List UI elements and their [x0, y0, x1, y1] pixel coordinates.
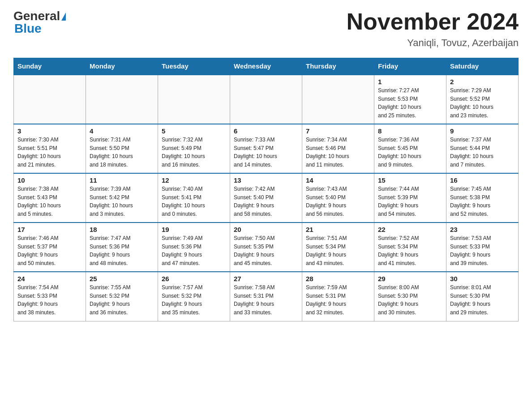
- calendar-cell: 29Sunrise: 8:00 AMSunset: 5:30 PMDayligh…: [374, 272, 446, 321]
- page-header: General Blue November 2024 Yaniqli, Tovu…: [13, 9, 519, 49]
- calendar-cell: 8Sunrise: 7:36 AMSunset: 5:45 PMDaylight…: [374, 124, 446, 173]
- sun-info: Sunrise: 7:53 AMSunset: 5:33 PMDaylight:…: [450, 235, 491, 266]
- day-number: 26: [162, 275, 226, 283]
- day-number: 11: [90, 176, 154, 184]
- day-number: 19: [162, 226, 226, 233]
- day-number: 20: [234, 226, 298, 233]
- day-number: 21: [306, 226, 370, 233]
- header-cell-saturday: Saturday: [446, 58, 519, 75]
- day-number: 5: [162, 127, 226, 135]
- calendar-cell: 16Sunrise: 7:45 AMSunset: 5:38 PMDayligh…: [446, 173, 519, 223]
- sun-info: Sunrise: 8:01 AMSunset: 5:30 PMDaylight:…: [450, 284, 491, 316]
- calendar-cell: 10Sunrise: 7:38 AMSunset: 5:43 PMDayligh…: [14, 173, 86, 223]
- calendar-header: SundayMondayTuesdayWednesdayThursdayFrid…: [14, 58, 519, 75]
- calendar-cell: 20Sunrise: 7:50 AMSunset: 5:35 PMDayligh…: [230, 223, 302, 272]
- day-number: 25: [90, 275, 154, 283]
- calendar-cell: 12Sunrise: 7:40 AMSunset: 5:41 PMDayligh…: [158, 173, 230, 223]
- calendar-cell: 17Sunrise: 7:46 AMSunset: 5:37 PMDayligh…: [14, 223, 86, 272]
- sun-info: Sunrise: 7:44 AMSunset: 5:39 PMDaylight:…: [378, 186, 419, 217]
- sun-info: Sunrise: 7:30 AMSunset: 5:51 PMDaylight:…: [17, 137, 61, 168]
- calendar-cell: [86, 75, 158, 124]
- sun-info: Sunrise: 7:58 AMSunset: 5:31 PMDaylight:…: [234, 284, 275, 316]
- sun-info: Sunrise: 7:46 AMSunset: 5:37 PMDaylight:…: [17, 235, 58, 266]
- day-number: 24: [17, 275, 82, 283]
- day-number: 15: [378, 176, 442, 184]
- header-row: SundayMondayTuesdayWednesdayThursdayFrid…: [14, 58, 519, 75]
- sun-info: Sunrise: 7:29 AMSunset: 5:52 PMDaylight:…: [450, 87, 493, 119]
- calendar-cell: 30Sunrise: 8:01 AMSunset: 5:30 PMDayligh…: [446, 272, 519, 321]
- sun-info: Sunrise: 7:40 AMSunset: 5:41 PMDaylight:…: [162, 186, 205, 217]
- calendar-cell: 25Sunrise: 7:55 AMSunset: 5:32 PMDayligh…: [86, 272, 158, 321]
- sun-info: Sunrise: 7:59 AMSunset: 5:31 PMDaylight:…: [306, 284, 347, 316]
- calendar-cell: 24Sunrise: 7:54 AMSunset: 5:33 PMDayligh…: [14, 272, 86, 321]
- calendar-cell: 9Sunrise: 7:37 AMSunset: 5:44 PMDaylight…: [446, 124, 519, 173]
- calendar-cell: 27Sunrise: 7:58 AMSunset: 5:31 PMDayligh…: [230, 272, 302, 321]
- sun-info: Sunrise: 7:32 AMSunset: 5:49 PMDaylight:…: [162, 137, 205, 168]
- sun-info: Sunrise: 7:57 AMSunset: 5:32 PMDaylight:…: [162, 284, 202, 316]
- calendar-cell: 18Sunrise: 7:47 AMSunset: 5:36 PMDayligh…: [86, 223, 158, 272]
- sun-info: Sunrise: 7:31 AMSunset: 5:50 PMDaylight:…: [90, 137, 133, 168]
- day-number: 6: [234, 127, 298, 135]
- day-number: 30: [450, 275, 515, 283]
- header-cell-tuesday: Tuesday: [158, 58, 230, 75]
- calendar-table: SundayMondayTuesdayWednesdayThursdayFrid…: [13, 58, 519, 321]
- calendar-cell: [230, 75, 302, 124]
- day-number: 29: [378, 275, 442, 283]
- sun-info: Sunrise: 7:27 AMSunset: 5:53 PMDaylight:…: [378, 87, 421, 119]
- week-row-4: 17Sunrise: 7:46 AMSunset: 5:37 PMDayligh…: [14, 223, 519, 272]
- header-cell-friday: Friday: [374, 58, 446, 75]
- header-cell-thursday: Thursday: [302, 58, 374, 75]
- day-number: 1: [378, 78, 442, 86]
- week-row-3: 10Sunrise: 7:38 AMSunset: 5:43 PMDayligh…: [14, 173, 519, 223]
- day-number: 23: [450, 226, 515, 233]
- calendar-cell: 19Sunrise: 7:49 AMSunset: 5:36 PMDayligh…: [158, 223, 230, 272]
- calendar-cell: 22Sunrise: 7:52 AMSunset: 5:34 PMDayligh…: [374, 223, 446, 272]
- calendar-cell: 5Sunrise: 7:32 AMSunset: 5:49 PMDaylight…: [158, 124, 230, 173]
- calendar-cell: 4Sunrise: 7:31 AMSunset: 5:50 PMDaylight…: [86, 124, 158, 173]
- day-number: 7: [306, 127, 370, 135]
- sun-info: Sunrise: 7:43 AMSunset: 5:40 PMDaylight:…: [306, 186, 347, 217]
- sun-info: Sunrise: 7:52 AMSunset: 5:34 PMDaylight:…: [378, 235, 419, 266]
- logo-blue-text: Blue: [13, 21, 42, 36]
- day-number: 2: [450, 78, 515, 86]
- day-number: 16: [450, 176, 515, 184]
- sun-info: Sunrise: 7:34 AMSunset: 5:46 PMDaylight:…: [306, 137, 349, 168]
- day-number: 27: [234, 275, 298, 283]
- day-number: 17: [17, 226, 82, 233]
- calendar-cell: 7Sunrise: 7:34 AMSunset: 5:46 PMDaylight…: [302, 124, 374, 173]
- calendar-cell: 28Sunrise: 7:59 AMSunset: 5:31 PMDayligh…: [302, 272, 374, 321]
- sun-info: Sunrise: 7:54 AMSunset: 5:33 PMDaylight:…: [17, 284, 58, 316]
- sun-info: Sunrise: 7:39 AMSunset: 5:42 PMDaylight:…: [90, 186, 133, 217]
- calendar-cell: [14, 75, 86, 124]
- calendar-cell: 2Sunrise: 7:29 AMSunset: 5:52 PMDaylight…: [446, 75, 519, 124]
- sun-info: Sunrise: 7:47 AMSunset: 5:36 PMDaylight:…: [90, 235, 130, 266]
- week-row-2: 3Sunrise: 7:30 AMSunset: 5:51 PMDaylight…: [14, 124, 519, 173]
- day-number: 9: [450, 127, 515, 135]
- location: Yaniqli, Tovuz, Azerbaijan: [347, 37, 519, 49]
- calendar-cell: 1Sunrise: 7:27 AMSunset: 5:53 PMDaylight…: [374, 75, 446, 124]
- sun-info: Sunrise: 7:51 AMSunset: 5:34 PMDaylight:…: [306, 235, 347, 266]
- day-number: 12: [162, 176, 226, 184]
- calendar-cell: 15Sunrise: 7:44 AMSunset: 5:39 PMDayligh…: [374, 173, 446, 223]
- header-cell-monday: Monday: [86, 58, 158, 75]
- week-row-5: 24Sunrise: 7:54 AMSunset: 5:33 PMDayligh…: [14, 272, 519, 321]
- day-number: 22: [378, 226, 442, 233]
- calendar-cell: 23Sunrise: 7:53 AMSunset: 5:33 PMDayligh…: [446, 223, 519, 272]
- sun-info: Sunrise: 7:55 AMSunset: 5:32 PMDaylight:…: [90, 284, 130, 316]
- day-number: 14: [306, 176, 370, 184]
- day-number: 13: [234, 176, 298, 184]
- sun-info: Sunrise: 7:38 AMSunset: 5:43 PMDaylight:…: [17, 186, 61, 217]
- calendar-cell: 14Sunrise: 7:43 AMSunset: 5:40 PMDayligh…: [302, 173, 374, 223]
- day-number: 28: [306, 275, 370, 283]
- week-row-1: 1Sunrise: 7:27 AMSunset: 5:53 PMDaylight…: [14, 75, 519, 124]
- sun-info: Sunrise: 7:36 AMSunset: 5:45 PMDaylight:…: [378, 137, 421, 168]
- calendar-cell: 21Sunrise: 7:51 AMSunset: 5:34 PMDayligh…: [302, 223, 374, 272]
- calendar-cell: 26Sunrise: 7:57 AMSunset: 5:32 PMDayligh…: [158, 272, 230, 321]
- calendar-cell: 6Sunrise: 7:33 AMSunset: 5:47 PMDaylight…: [230, 124, 302, 173]
- header-cell-sunday: Sunday: [14, 58, 86, 75]
- calendar-cell: [302, 75, 374, 124]
- sun-info: Sunrise: 8:00 AMSunset: 5:30 PMDaylight:…: [378, 284, 419, 316]
- calendar-body: 1Sunrise: 7:27 AMSunset: 5:53 PMDaylight…: [14, 75, 519, 321]
- day-number: 4: [90, 127, 154, 135]
- sun-info: Sunrise: 7:37 AMSunset: 5:44 PMDaylight:…: [450, 137, 493, 168]
